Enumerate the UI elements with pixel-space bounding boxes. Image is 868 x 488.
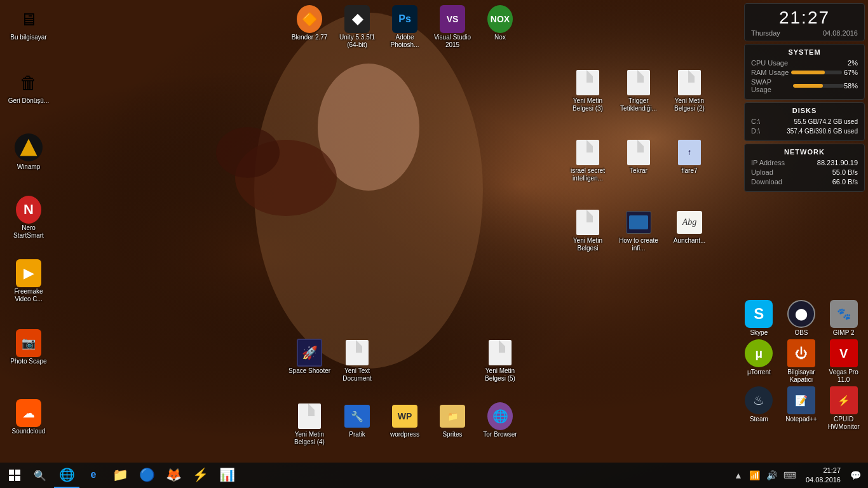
- icon-yeni-metin-belgesi-label: Yeni Metin Belgesi: [566, 237, 610, 252]
- search-button[interactable]: 🔍: [29, 463, 51, 488]
- icon-trigger[interactable]: Trigger Tetiklendiği...: [616, 70, 661, 112]
- icon-israel-label: israel secret intelligen...: [566, 167, 610, 182]
- icon-torbrowser[interactable]: 🌐 Tor Browser: [478, 403, 522, 438]
- icon-sprites[interactable]: 📁 Sprites: [430, 403, 475, 438]
- icon-flare7[interactable]: f flare7: [667, 140, 712, 175]
- start-button[interactable]: [0, 463, 29, 488]
- icon-aunchant-label: Aunchant...: [674, 237, 706, 245]
- swap-bar-fill: [793, 84, 822, 88]
- cpu-value: 2%: [848, 59, 858, 67]
- icon-notepad[interactable]: 📝 Notepad++: [782, 386, 820, 431]
- icon-pratik-label: Pratik: [349, 431, 365, 438]
- icon-obs[interactable]: ⬤ OBS: [782, 300, 820, 337]
- icon-winamp[interactable]: Winamp: [6, 133, 51, 171]
- taskbar-clock[interactable]: 21:27 04.08.2016: [801, 466, 846, 485]
- icon-yeni-metin-3-label: Yeni Metin Belgesi (3): [566, 97, 610, 112]
- icon-cpuid[interactable]: ⚡ CPUID HWMonitor: [825, 386, 863, 431]
- icon-steam[interactable]: ♨ Steam: [740, 386, 778, 431]
- taskbar-time: 21:27: [806, 466, 841, 475]
- svg-rect-10: [15, 470, 20, 475]
- icon-yenitext[interactable]: Yeni Text Document: [335, 340, 379, 383]
- ram-label: RAM Usage: [751, 69, 789, 76]
- icon-unity[interactable]: ◆ Unity 5.3.5f1 (64-bit): [335, 6, 379, 49]
- disks-title: DISKS: [751, 107, 858, 114]
- icon-utorrent[interactable]: µ µTorrent: [740, 339, 778, 384]
- tray-notifications[interactable]: 💬: [848, 470, 863, 480]
- icon-gimp[interactable]: 🐾 GIMP 2: [825, 300, 863, 337]
- tray-arrow[interactable]: ▲: [732, 470, 745, 480]
- icon-nox[interactable]: NOX Nox: [478, 6, 522, 41]
- icon-yeni-metin-3[interactable]: Yeni Metin Belgesi (3): [566, 70, 610, 112]
- icon-skype[interactable]: S Skype: [740, 300, 778, 337]
- icon-blender[interactable]: 🔶 Blender 2.77: [287, 6, 332, 41]
- icon-vstudio-label: Visual Studio 2015: [430, 34, 475, 49]
- right-icons-row2: µ µTorrent ⏻ Bilgisayar Kapatıcı V Vegas…: [738, 339, 865, 384]
- icon-spaceshooter[interactable]: 🚀 Space Shooter: [287, 340, 332, 375]
- icon-aunchant[interactable]: Abg Aunchant...: [667, 210, 712, 245]
- explorer-icon: 📁: [112, 467, 128, 482]
- icon-vegas[interactable]: V Vegas Pro 11.0: [825, 339, 863, 384]
- tray-network[interactable]: 📶: [747, 470, 762, 480]
- icon-howtocreate[interactable]: How to create infi...: [616, 210, 661, 252]
- icon-nero-label: Nero StartSmart: [6, 224, 51, 240]
- clock-time: 21:27: [751, 8, 858, 28]
- icon-wordpress[interactable]: WP wordpress: [383, 403, 427, 438]
- icon-bilgisayar[interactable]: ⏻ Bilgisayar Kapatıcı: [782, 339, 820, 384]
- icon-photoshop[interactable]: Ps Adobe Photosh...: [383, 6, 427, 49]
- ip-label: IP Address: [751, 159, 785, 166]
- right-app-icons: S Skype ⬤ OBS 🐾 GIMP 2 µ: [738, 300, 865, 431]
- desktop: 🖥 Bu bilgisayar 🗑 Geri Dönüşü... Winamp …: [0, 0, 868, 463]
- disk-c-label: C:\: [751, 118, 760, 125]
- icon-freemake-label: Freemake Video C...: [6, 288, 51, 303]
- icon-photoscape[interactable]: 📷 Photo Scape: [6, 330, 51, 365]
- taskbar-pin-explorer[interactable]: 📁: [107, 463, 133, 488]
- taskbar-tray: ▲ 📶 🔊 ⌨ 21:27 04.08.2016 💬: [732, 466, 868, 485]
- system-title: SYSTEM: [751, 48, 858, 56]
- icon-torbrowser-label: Tor Browser: [483, 431, 517, 438]
- icon-computer[interactable]: 🖥 Bu bilgisayar: [6, 6, 51, 41]
- tray-keyboard[interactable]: ⌨: [782, 470, 798, 480]
- svg-marker-8: [20, 139, 37, 156]
- swap-label: SWAP Usage: [751, 78, 793, 93]
- taskbar-pin-ie[interactable]: 🌐: [54, 463, 79, 488]
- upload-value: 55.0 B/s: [832, 168, 858, 176]
- ram-bar-fill: [791, 71, 825, 74]
- icon-yenibelgesi4[interactable]: Yeni Metin Belgesi (4): [287, 403, 332, 446]
- icon-computer-label: Bu bilgisayar: [10, 34, 46, 41]
- icon-gimp-label: GIMP 2: [833, 329, 855, 337]
- ram-bar: [791, 71, 842, 74]
- icon-tekrar[interactable]: Tekrar: [616, 140, 661, 175]
- right-panel: 21:27 Thursday 04.08.2016 SYSTEM CPU Usa…: [744, 3, 865, 192]
- icon-soundcloud[interactable]: ☁ Soundcloud: [6, 400, 51, 435]
- system-section: SYSTEM CPU Usage 2% RAM Usage 67% SWAP U…: [744, 44, 865, 100]
- icon-bilgisayar-label: Bilgisayar Kapatıcı: [782, 369, 820, 384]
- icon-yeni-metin-belgesi[interactable]: Yeni Metin Belgesi: [566, 210, 610, 252]
- icon-yenitext-label: Yeni Text Document: [335, 367, 379, 383]
- disk-d-label: D:\: [751, 127, 760, 135]
- icon-wordpress-label: wordpress: [390, 431, 419, 438]
- taskbar-pin-extra2[interactable]: 📊: [214, 463, 240, 488]
- icon-trigger-label: Trigger Tetiklendiği...: [616, 97, 661, 112]
- ip-value: 88.231.90.19: [817, 159, 858, 166]
- taskbar-pin-edge[interactable]: e: [81, 463, 106, 488]
- icon-pratik[interactable]: 🔧 Pratik: [335, 403, 379, 438]
- taskbar: 🔍 🌐 e 📁 🔵 🦊 ⚡ 📊 ▲ 📶 🔊 ⌨ 21:27: [0, 463, 868, 488]
- icon-yenibelgesi5[interactable]: Yeni Metin Belgesi (5): [478, 340, 522, 383]
- taskbar-pin-extra[interactable]: ⚡: [187, 463, 213, 488]
- disks-section: DISKS C:\ 55.5 GB/74.2 GB used D:\ 357.4…: [744, 102, 865, 141]
- taskbar-pin-chrome[interactable]: 🔵: [134, 463, 159, 488]
- clock-day: Thursday: [751, 29, 780, 37]
- extra-icon: ⚡: [193, 467, 208, 482]
- edge-icon: e: [91, 469, 97, 480]
- taskbar-pin-firefox[interactable]: 🦊: [161, 463, 186, 488]
- tray-sound[interactable]: 🔊: [764, 470, 779, 480]
- extra2-icon: 📊: [219, 467, 235, 482]
- icon-freemake[interactable]: ▶ Freemake Video C...: [6, 261, 51, 303]
- icon-recycle[interactable]: 🗑 Geri Dönüşü...: [6, 70, 51, 105]
- chrome-icon: 🔵: [139, 467, 155, 482]
- icon-yeni-metin-2[interactable]: Yeni Metin Belgesi (2): [667, 70, 712, 112]
- icon-obs-label: OBS: [794, 329, 808, 337]
- icon-israel[interactable]: israel secret intelligen...: [566, 140, 610, 182]
- icon-nero[interactable]: N Nero StartSmart: [6, 197, 51, 240]
- icon-vstudio[interactable]: VS Visual Studio 2015: [430, 6, 475, 49]
